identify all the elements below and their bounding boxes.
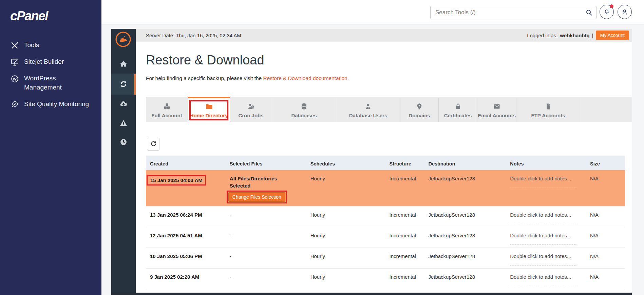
notes-editable[interactable]: Double click to add notes... <box>510 175 576 188</box>
home-icon <box>119 60 128 68</box>
jetbackup-nav-restore-download[interactable] <box>111 74 136 95</box>
table-row-selected[interactable]: 15 Jan 2025 04:03 AM All Files/Directori… <box>146 170 625 206</box>
created-cell: 13 Jan 2025 06:24 PM <box>146 206 226 227</box>
tab-home-directory[interactable]: Home Directory <box>188 97 230 122</box>
table-row[interactable]: 13 Jan 2025 06:24 PM - Hourly Incrementa… <box>146 206 625 227</box>
sidebar-item-wordpress-management[interactable]: WordPress Management <box>11 70 94 96</box>
tab-databases[interactable]: Databases <box>272 97 336 122</box>
backup-type-tabs: Full Account Home Directory Cron Jobs Da… <box>146 97 632 122</box>
logged-in-label: Logged in as: <box>527 33 557 38</box>
user-clock-icon <box>247 102 255 111</box>
backups-table: Created Selected Files Schedules Structu… <box>146 156 625 295</box>
notes-editable[interactable]: Double click to add notes... <box>510 253 576 266</box>
tab-domains[interactable]: Domains <box>400 97 439 122</box>
server-date: Server Date: Thu, Jan 16, 2025, 02:34 AM <box>146 33 241 38</box>
column-header-size: Size <box>586 156 625 170</box>
tab-label: Full Account <box>151 113 182 118</box>
created-cell: 10 Jan 2025 05:06 PM <box>146 248 226 268</box>
sidebar-item-site-quality-monitoring[interactable]: Site Quality Monitoring <box>11 96 94 113</box>
page-title: Restore & Download <box>146 53 264 67</box>
sync-icon <box>119 80 128 88</box>
column-header-selected-files: Selected Files <box>226 156 306 170</box>
created-cell: 9 Jan 2025 02:20 AM <box>146 269 226 289</box>
column-header-destination: Destination <box>424 156 506 170</box>
jetbackup-nav-queue[interactable] <box>111 133 136 152</box>
sitejet-builder-icon <box>11 58 19 66</box>
refresh-icon <box>150 140 157 148</box>
jetbackup-nav-alerts[interactable] <box>111 114 136 133</box>
sidebar-item-sitejet-builder[interactable]: Sitejet Builder <box>11 54 94 70</box>
tab-cron-jobs[interactable]: Cron Jobs <box>230 97 272 122</box>
structure-cell: Incremental <box>385 170 424 206</box>
destination-cell: JetbackupServer128 <box>424 170 506 206</box>
sidebar-nav: Tools Sitejet Builder WordPress Manageme… <box>0 37 101 113</box>
notes-cell: Double click to add notes... <box>506 206 586 227</box>
schedules-cell: Hourly <box>306 227 385 248</box>
tab-database-users[interactable]: Database Users <box>336 97 400 122</box>
user-icon <box>621 8 629 16</box>
created-cell: 15 Jan 2025 04:03 AM <box>146 170 226 206</box>
tab-label: Domains <box>409 113 430 118</box>
tab-label: Certificates <box>444 113 472 118</box>
destination-cell: JetbackupServer128 <box>424 269 506 289</box>
selected-files-cell: - <box>226 206 306 227</box>
column-header-structure: Structure <box>385 156 424 170</box>
sidebar-item-tools[interactable]: Tools <box>11 37 94 54</box>
notes-cell: Double click to add notes... <box>506 170 586 206</box>
tab-label: Email Accounts <box>478 113 516 118</box>
column-header-notes: Notes <box>506 156 586 170</box>
tab-label: FTP Accounts <box>531 113 565 118</box>
notes-editable[interactable]: Double click to add notes... <box>510 232 576 245</box>
structure-cell: Incremental <box>385 206 424 227</box>
refresh-button[interactable] <box>147 138 159 151</box>
schedules-cell: Hourly <box>306 248 385 268</box>
sidebar-item-label: Tools <box>24 41 39 50</box>
folder-icon <box>205 102 213 111</box>
tab-full-account[interactable]: Full Account <box>146 97 188 122</box>
tab-email-accounts[interactable]: Email Accounts <box>477 97 516 122</box>
database-icon <box>300 102 308 111</box>
topbar <box>101 0 644 24</box>
cpanel-sidebar: cPanel Tools Sitejet Builder WordPress M… <box>0 0 101 295</box>
notes-editable[interactable]: Double click to add notes... <box>510 273 576 286</box>
table-row[interactable]: 12 Jan 2025 04:51 AM - Hourly Incrementa… <box>146 227 625 248</box>
column-header-created: Created <box>146 156 226 170</box>
destination-cell: JetbackupServer128 <box>424 206 506 227</box>
clock-icon <box>119 138 128 146</box>
jetbackup-content: Restore & Download For help finding a sp… <box>136 42 632 295</box>
sidebar-item-label: Site Quality Monitoring <box>24 100 89 109</box>
cpanel-logo: cPanel <box>10 9 101 23</box>
jetbackup-panel: Server Date: Thu, Jan 16, 2025, 02:34 AM… <box>111 29 632 295</box>
search-icon[interactable] <box>585 8 593 17</box>
screen: cPanel Tools Sitejet Builder WordPress M… <box>0 0 644 295</box>
selected-files-line1: All Files/Directories <box>230 175 306 182</box>
notes-cell: Double click to add notes... <box>506 269 586 289</box>
size-cell: N/A <box>586 248 625 268</box>
username: webkhanhtq <box>560 33 590 38</box>
jetbackup-logo[interactable] <box>115 31 131 47</box>
tab-label: Databases <box>291 113 317 118</box>
tools-icon <box>11 41 19 50</box>
selected-files-cell: - <box>226 227 306 248</box>
structure-cell: Incremental <box>385 248 424 268</box>
file-icon <box>544 102 553 111</box>
account-button[interactable] <box>618 5 632 19</box>
bell-icon <box>603 8 611 16</box>
tab-certificates[interactable]: Certificates <box>439 97 477 122</box>
lock-icon <box>454 102 462 111</box>
notifications-button[interactable] <box>600 5 614 19</box>
table-row[interactable]: 10 Jan 2025 05:06 PM - Hourly Incrementa… <box>146 248 625 268</box>
tab-ftp-accounts[interactable]: FTP Accounts <box>516 97 580 122</box>
warning-icon <box>119 119 128 127</box>
documentation-link[interactable]: Restore & Download documentation. <box>263 75 349 81</box>
my-account-button[interactable]: My Account <box>596 31 629 40</box>
jetbackup-nav-home[interactable] <box>111 55 136 74</box>
table-row[interactable]: 9 Jan 2025 02:20 AM - Hourly Incremental… <box>146 268 625 289</box>
tabs-filler <box>580 97 632 122</box>
page-intro: For help finding a specific backup, plea… <box>146 75 349 81</box>
jetbackup-nav-downloads[interactable] <box>111 95 136 114</box>
notes-editable[interactable]: Double click to add notes... <box>510 211 576 224</box>
change-files-selection-button[interactable]: Change Files Selection <box>228 192 285 202</box>
map-pin-icon <box>415 102 424 111</box>
search-input[interactable] <box>430 6 596 19</box>
